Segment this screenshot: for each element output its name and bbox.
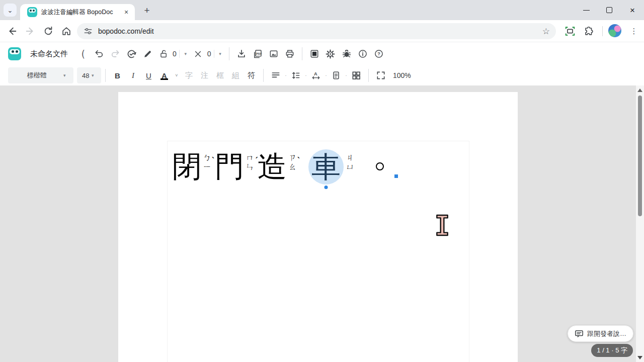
char-unit[interactable]: 門ㄇㄣˊ xyxy=(215,150,258,183)
export-pdf-button[interactable]: PDF xyxy=(250,46,266,62)
frame-tool-button[interactable]: 框 xyxy=(212,67,228,83)
scroll-up-arrow-icon[interactable] xyxy=(637,88,642,92)
period-punctuation xyxy=(376,162,384,170)
vertical-scrollbar[interactable] xyxy=(636,85,644,362)
group-tool-button[interactable]: 組 xyxy=(228,67,244,83)
underline-button[interactable]: U xyxy=(141,67,156,83)
new-tab-button[interactable]: + xyxy=(141,5,153,17)
hanzi-character: 閉 xyxy=(172,150,201,183)
report-bug-button[interactable] xyxy=(339,46,355,62)
window-maximize-button[interactable] xyxy=(598,0,621,20)
letter-spacing-button[interactable]: A xyxy=(308,67,324,83)
align-button[interactable] xyxy=(268,67,284,83)
text-frame[interactable]: 閉ㄅㄧˋ門ㄇㄣˊ造ㄗㄠˋ車ㄐㄩ xyxy=(167,141,469,362)
download-button[interactable] xyxy=(233,46,250,62)
font-color-button[interactable]: A xyxy=(156,67,172,83)
url-text[interactable]: bopodoc.com/edit xyxy=(98,27,542,35)
bookmark-star-icon[interactable]: ☆ xyxy=(542,26,550,37)
text-line[interactable]: 閉ㄅㄧˋ門ㄇㄣˊ造ㄗㄠˋ車ㄐㄩ xyxy=(172,150,393,185)
site-settings-tune-icon xyxy=(83,26,93,36)
tab-title: 波波注音編輯器 BopoDoc xyxy=(41,8,122,17)
print-button[interactable] xyxy=(282,46,298,62)
font-color-dropdown-arrow[interactable]: ˅ xyxy=(172,73,181,78)
divider xyxy=(368,69,369,82)
image-icon xyxy=(269,49,279,59)
zhuyin-selection-dot[interactable] xyxy=(325,186,328,189)
tab-search-button[interactable]: ⌄ xyxy=(4,4,17,17)
bopodoc-favicon-icon xyxy=(27,7,37,17)
redo-button[interactable] xyxy=(107,46,123,62)
forward-button[interactable] xyxy=(24,25,36,37)
lock-dropdown-arrow[interactable]: ▾ xyxy=(181,51,190,56)
char-unit[interactable]: 造ㄗㄠˋ xyxy=(258,150,300,183)
export-image-button[interactable] xyxy=(266,46,282,62)
help-button[interactable]: ? xyxy=(371,46,387,62)
page-layout-icon xyxy=(331,70,341,80)
scrollbar-thumb[interactable] xyxy=(638,96,642,216)
letter-spacing-dropdown-arrow[interactable]: · xyxy=(324,73,328,78)
bold-button[interactable]: B xyxy=(110,67,125,83)
url-bar[interactable]: bopodoc.com/edit ☆ xyxy=(77,23,556,39)
divider xyxy=(214,50,214,58)
cross-dropdown-arrow[interactable]: ▾ xyxy=(216,51,225,56)
bopodoc-logo-icon[interactable] xyxy=(8,47,21,60)
fullscreen-button[interactable] xyxy=(373,67,389,83)
window-close-button[interactable]: × xyxy=(621,0,644,20)
line-spacing-button[interactable] xyxy=(288,67,304,83)
zoom-level[interactable]: 100% xyxy=(393,71,411,79)
zhuyin-symbol: ㄠ xyxy=(289,162,297,171)
cross-counter-button[interactable] xyxy=(190,46,206,62)
sync-check-button[interactable] xyxy=(123,46,139,62)
browser-tab[interactable]: 波波注音編輯器 BopoDoc × xyxy=(20,4,135,20)
align-left-icon xyxy=(271,70,281,80)
divider xyxy=(602,26,603,36)
page-background-button[interactable] xyxy=(306,46,323,62)
speech-bubble-icon xyxy=(575,329,584,338)
symbol-tool-button[interactable]: 符 xyxy=(244,67,259,83)
selected-char-highlight[interactable]: 車 xyxy=(308,149,344,185)
screen-capture-extension-button[interactable] xyxy=(564,25,576,37)
home-button[interactable] xyxy=(60,25,72,37)
tab-close-icon[interactable]: × xyxy=(122,8,131,17)
puzzle-icon xyxy=(583,26,594,37)
edit-pencil-button[interactable] xyxy=(139,46,155,62)
font-size-select[interactable]: 48 ▾ xyxy=(77,67,101,83)
browser-menu-button[interactable]: ⋮ xyxy=(629,25,639,38)
char-tool-button[interactable]: 字 xyxy=(181,67,197,83)
bopodoc-app: ⌄ 波波注音編輯器 BopoDoc × + × xyxy=(0,0,644,362)
italic-button[interactable]: I xyxy=(125,67,141,83)
undo-icon xyxy=(94,49,104,59)
document-page[interactable]: 閉ㄅㄧˋ門ㄇㄣˊ造ㄗㄠˋ車ㄐㄩ xyxy=(118,92,518,362)
align-dropdown-arrow[interactable]: · xyxy=(284,73,288,78)
unlock-counter-button[interactable] xyxy=(155,46,172,62)
info-button[interactable] xyxy=(355,46,371,62)
editor-workspace: 閉ㄅㄧˋ門ㄇㄣˊ造ㄗㄠˋ車ㄐㄩ 跟開發者說… 1 / 1 · 5 字 xyxy=(0,85,644,362)
line-spacing-dropdown-arrow[interactable]: · xyxy=(304,73,308,78)
hanzi-character: 門 xyxy=(215,150,244,183)
svg-text:?: ? xyxy=(377,51,380,56)
page-layout-dropdown-arrow[interactable]: · xyxy=(344,73,348,78)
grid-view-button[interactable] xyxy=(348,67,364,83)
profile-avatar[interactable] xyxy=(608,24,621,37)
char-unit[interactable]: 車ㄐㄩ xyxy=(308,150,367,185)
format-toolbar: 標楷體 ▾ 48 ▾ B I U A ˅ 字 注 框 組 符 · xyxy=(0,65,636,85)
reload-button[interactable] xyxy=(42,25,54,37)
extensions-button[interactable] xyxy=(583,25,595,37)
feedback-button[interactable]: 跟開發者說… xyxy=(568,325,633,342)
page-layout-button[interactable] xyxy=(328,67,344,83)
browser-tab-bar: ⌄ 波波注音編輯器 BopoDoc × + × xyxy=(0,0,644,20)
chevron-down-icon: ⌄ xyxy=(8,7,13,14)
font-size-value: 48 xyxy=(82,72,89,79)
window-minimize-button[interactable] xyxy=(575,0,598,20)
scroll-down-arrow-icon[interactable] xyxy=(637,356,642,359)
char-unit[interactable] xyxy=(367,150,393,170)
document-title[interactable]: 未命名文件 xyxy=(30,49,68,59)
char-unit[interactable]: 閉ㄅㄧˋ xyxy=(172,150,215,183)
zhuyin-tool-button[interactable]: 注 xyxy=(197,67,212,83)
back-button[interactable] xyxy=(6,25,18,37)
zhuyin-symbol: ㄅ xyxy=(203,153,211,162)
font-family-select[interactable]: 標楷體 ▾ xyxy=(8,67,73,83)
save-spinner-icon: ( xyxy=(75,46,91,62)
undo-button[interactable] xyxy=(91,46,107,62)
settings-button[interactable] xyxy=(323,46,339,62)
